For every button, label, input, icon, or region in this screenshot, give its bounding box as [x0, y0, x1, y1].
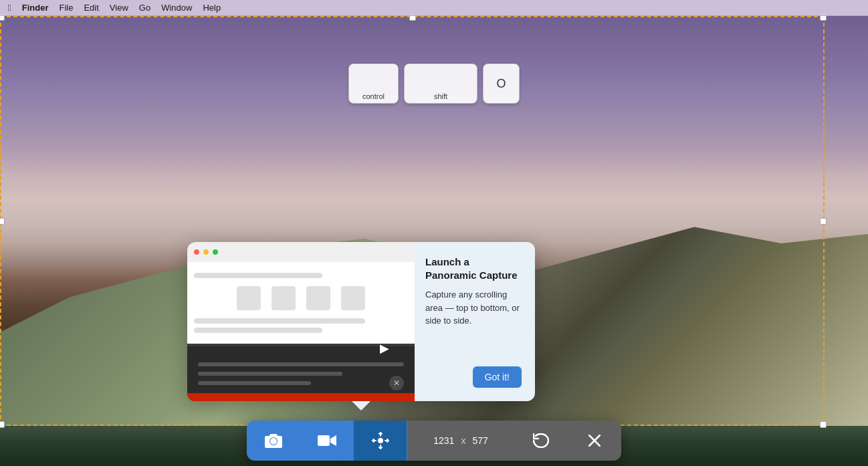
width-value: 1231 — [433, 435, 454, 446]
browser-chrome — [187, 242, 415, 262]
got-it-button[interactable]: Got it! — [473, 366, 522, 388]
svg-rect-0 — [318, 435, 330, 446]
icon-box-1 — [237, 286, 261, 310]
menubar-file[interactable]: File — [59, 3, 73, 13]
icon-box-4 — [341, 286, 365, 310]
menubar-edit[interactable]: Edit — [84, 3, 98, 13]
menubar:  Finder File Edit View Go Window Help — [0, 0, 868, 16]
key-o-label: O — [496, 77, 506, 91]
menubar-go[interactable]: Go — [139, 3, 150, 13]
video-icon — [318, 434, 336, 447]
key-control: control — [348, 64, 399, 104]
tooltip-popup: ▶ ✕ Launch a Panoramic Capture Capture a… — [187, 242, 535, 401]
tooltip-image-preview: ▶ ✕ — [187, 242, 415, 401]
tooltip-description: Capture any scrolling area — top to bott… — [425, 288, 522, 328]
menubar-finder[interactable]: Finder — [22, 3, 49, 13]
screenshot-preview: ▶ ✕ — [187, 242, 415, 401]
dot-yellow — [203, 249, 209, 255]
undo-icon — [533, 433, 549, 448]
coordinates-separator: x — [461, 435, 465, 446]
menubar-window[interactable]: Window — [161, 3, 192, 13]
key-o: O — [483, 64, 520, 104]
browser-content — [187, 262, 415, 344]
menubar-help[interactable]: Help — [203, 3, 221, 13]
dark-row-3 — [198, 381, 311, 385]
content-row-2 — [194, 318, 365, 324]
icon-box-2 — [272, 286, 296, 310]
camera-icon — [265, 433, 282, 448]
apple-menu[interactable]:  — [8, 3, 11, 13]
content-row-3 — [194, 328, 322, 333]
video-capture-button[interactable] — [300, 421, 354, 461]
key-shift-label: shift — [434, 92, 447, 100]
dot-red — [194, 249, 199, 255]
panoramic-capture-button[interactable] — [354, 421, 407, 461]
undo-button[interactable] — [514, 421, 568, 461]
content-icons — [194, 286, 408, 310]
panoramic-icon — [371, 431, 390, 450]
preview-close-button[interactable]: ✕ — [389, 376, 404, 390]
bottom-toolbar: 1231 x 577 — [247, 421, 621, 461]
coordinates-display: 1231 x 577 — [407, 421, 514, 461]
dark-row-1 — [198, 362, 404, 366]
keyboard-shortcut-display: control shift O — [348, 64, 520, 104]
dot-green — [213, 249, 218, 255]
tooltip-title: Launch a Panoramic Capture — [425, 255, 522, 281]
dark-row-2 — [198, 372, 342, 376]
key-control-label: control — [362, 92, 385, 100]
close-icon — [588, 435, 601, 447]
height-value: 577 — [472, 435, 487, 446]
menubar-view[interactable]: View — [110, 3, 128, 13]
camera-capture-button[interactable] — [247, 421, 300, 461]
svg-point-1 — [378, 438, 383, 443]
red-progress-bar — [187, 393, 415, 401]
preview-cursor: ▶ — [380, 341, 388, 353]
close-button[interactable] — [568, 421, 621, 461]
content-row-1 — [194, 273, 322, 278]
tooltip-text-content: Launch a Panoramic Capture Capture any s… — [415, 242, 535, 401]
key-shift: shift — [404, 64, 477, 104]
tooltip-arrow — [352, 401, 370, 411]
icon-box-3 — [306, 286, 330, 310]
